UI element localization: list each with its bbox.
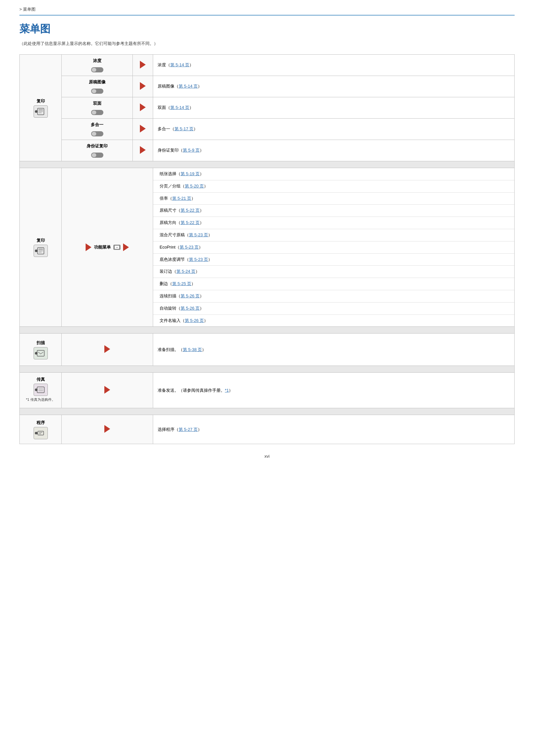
link-filename[interactable]: 第 5-26 页 — [185, 318, 204, 323]
submenu-combine: 多合一 — [66, 122, 128, 136]
link-bg-density[interactable]: 第 5-23 页 — [189, 257, 208, 262]
scan-device-icon — [34, 347, 48, 360]
spacer-row4 — [20, 408, 515, 415]
link-density[interactable]: 第 5-14 页 — [170, 62, 189, 67]
table-row: 复印 — [20, 55, 515, 76]
fax-arrow-cell — [62, 373, 153, 408]
submenu-idcard-cell: 身份证复印 — [62, 140, 133, 161]
link-scan[interactable]: 第 5-38 页 — [183, 347, 202, 352]
content-prog-line: 选择程序（第 5-27 页） — [158, 426, 510, 434]
submenu-combine-label: 多合一 — [91, 122, 103, 128]
link-orig-orient[interactable]: 第 5-22 页 — [181, 220, 200, 225]
copy-svg-icon — [36, 108, 45, 115]
table-row: 多合一 多合一（第 5-17 页） — [20, 119, 515, 140]
table-row-prog: 程序 — [20, 415, 515, 444]
content-idcard: 身份证复印（第 5-9 页） — [153, 140, 515, 161]
link-continuous-scan[interactable]: 第 5-26 页 — [181, 293, 200, 298]
content-combine: 多合一（第 5-17 页） — [153, 119, 515, 140]
svg-rect-11 — [38, 391, 43, 391]
prog-device-icon — [34, 427, 48, 439]
fax-label: 传真 — [37, 377, 45, 382]
link-binding[interactable]: 第 5-24 页 — [176, 269, 195, 274]
table-row-fax: 传真 *1 传真为选购件。 — [20, 373, 515, 408]
content-bg-density: 底色浓度调节（第 5-23 页） — [153, 254, 514, 266]
submenu-original-image: 原稿图像 — [66, 79, 128, 94]
prog-svg-icon — [36, 429, 45, 437]
link-collate[interactable]: 第 5-20 页 — [185, 184, 204, 188]
content-auto-rotate: 自动旋转（第 5-26 页） — [153, 303, 514, 315]
submenu-density-arrow — [133, 55, 153, 76]
link-erase[interactable]: 第 5-25 页 — [172, 281, 191, 286]
fax-icon-box: 传真 *1 传真为选购件。 — [24, 377, 57, 402]
submenu-idcard: 身份证复印 — [66, 143, 128, 158]
submenu-density: 浓度 — [66, 58, 128, 72]
link-auto-rotate[interactable]: 第 5-26 页 — [181, 306, 200, 310]
content-original-image-line: 原稿图像（第 5-14 页） — [158, 82, 510, 91]
svg-rect-3 — [38, 113, 42, 113]
link-zoom[interactable]: 第 5-21 页 — [172, 196, 191, 201]
duplex-pill — [91, 110, 103, 115]
fax-icon-cell: 传真 *1 传真为选购件。 — [20, 373, 62, 408]
link-mixed-size[interactable]: 第 5-23 页 — [189, 232, 208, 237]
link-paper-select[interactable]: 第 5-19 页 — [181, 171, 200, 176]
submenu-density-label: 浓度 — [93, 58, 101, 64]
content-scan: 准备扫描。（第 5-38 页） — [153, 334, 515, 366]
table-row: 双面 双面（第 5-14 页） — [20, 97, 515, 119]
breadcrumb: > 菜单图 — [19, 7, 515, 12]
content-idcard-line: 身份证复印（第 5-9 页） — [158, 147, 510, 154]
submenu-density-cell: 浓度 — [62, 55, 133, 76]
link-prog[interactable]: 第 5-27 页 — [179, 427, 198, 432]
submenu-original-image-label: 原稿图像 — [89, 79, 106, 85]
fax-footnote-ref: *1 传真为选购件。 — [26, 397, 55, 402]
link-fax-footnote[interactable]: *1 — [225, 388, 229, 393]
svg-rect-7 — [38, 252, 42, 253]
svg-rect-2 — [38, 111, 43, 112]
page-title: 菜单图 — [19, 22, 515, 36]
link-idcard[interactable]: 第 5-9 页 — [183, 148, 200, 152]
copy2-icon-cell: 复印 — [20, 168, 62, 327]
svg-rect-1 — [38, 109, 43, 111]
combine-pill — [91, 131, 103, 136]
submenu-funcmenu-cell: 功能菜单 ≡ — [62, 168, 153, 327]
submenu-duplex-label: 双面 — [93, 100, 101, 106]
svg-rect-12 — [38, 431, 44, 435]
prog-label: 程序 — [37, 420, 45, 426]
submenu-idcard-label: 身份证复印 — [87, 143, 108, 149]
submenu-combine-arrow — [133, 119, 153, 140]
link-original-image[interactable]: 第 5-14 页 — [179, 84, 198, 89]
arrow-combine — [140, 125, 146, 132]
link-combine[interactable]: 第 5-17 页 — [174, 126, 193, 131]
copy-label: 复印 — [37, 98, 45, 104]
submenu-idcard-arrow — [133, 140, 153, 161]
submenu-duplex-cell: 双面 — [62, 97, 133, 119]
scan-label: 扫描 — [37, 340, 45, 346]
submenu-duplex-arrow — [133, 97, 153, 119]
page-number: xvi — [19, 454, 515, 459]
copy2-device-icon — [34, 245, 48, 257]
svg-rect-10 — [38, 388, 43, 390]
spacer-row — [20, 161, 515, 168]
subtitle: （此处使用了信息显示屏上显示的名称。它们可能与参考主题有所不同。） — [19, 41, 515, 46]
link-ecoprint[interactable]: 第 5-23 页 — [180, 245, 199, 250]
content-funcmenu: 纸张选择（第 5-19 页） 分页／分组（第 5-20 页） 倍率（第 5-21… — [153, 168, 515, 327]
link-duplex[interactable]: 第 5-14 页 — [170, 105, 189, 110]
content-duplex-line: 双面（第 5-14 页） — [158, 104, 510, 112]
content-original-image: 原稿图像（第 5-14 页） — [153, 76, 515, 97]
arrow-duplex — [140, 103, 146, 111]
arrow-funcmenu-left — [86, 243, 91, 251]
fax-device-icon — [34, 384, 48, 396]
table-row-scan: 扫描 — [20, 334, 515, 366]
submenu-combine-cell: 多合一 — [62, 119, 133, 140]
content-binding: 装订边（第 5-24 页） — [153, 266, 514, 278]
idcard-pill — [91, 152, 103, 158]
arrow-original-image — [140, 82, 146, 90]
content-mixed-size: 混合尺寸原稿（第 5-23 页） — [153, 229, 514, 241]
content-density: 浓度（第 5-14 页） — [153, 55, 515, 76]
copy-icon-cell: 复印 — [20, 55, 62, 161]
content-density-line: 浓度（第 5-14 页） — [158, 61, 510, 69]
link-orig-size[interactable]: 第 5-22 页 — [181, 208, 200, 213]
arrow-fax — [104, 386, 110, 394]
content-prog: 选择程序（第 5-27 页） — [153, 415, 515, 444]
content-fax: 准备发送。（请参阅传真操作手册。*1） — [153, 373, 515, 408]
density-pill — [91, 67, 103, 72]
